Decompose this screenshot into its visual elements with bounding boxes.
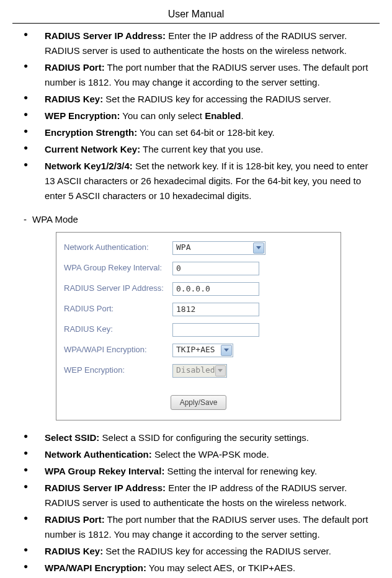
bullet-label: Select SSID: [45, 432, 99, 443]
bullet-text: Select a SSID for configuring the securi… [99, 432, 309, 443]
bullet-text: You can only select [120, 110, 205, 121]
form-label: Network Authentication: [64, 241, 172, 254]
bullet-label: WPA/WAPI Encryption: [45, 562, 146, 573]
chevron-down-icon [221, 345, 232, 356]
form-row-rekey-interval: WPA Group Rekey Interval: [64, 262, 333, 275]
form-row-radius-ip: RADIUS Server IP Address: [64, 282, 333, 296]
section-subheading: -WPA Mode [12, 212, 380, 227]
bullet-text: The current key that you use. [140, 144, 263, 154]
form-row-wep-encryption: WEP Encryption: Disabled [64, 364, 333, 378]
form-label: RADIUS Server IP Address: [64, 282, 172, 295]
bullet-item: RADIUS Port: The port number that the RA… [12, 60, 380, 90]
bullet-item: Network Authentication: Select the WPA-P… [12, 447, 380, 462]
bullet-item: WPA/WAPI Encryption: You may select AES,… [12, 561, 380, 576]
network-auth-select[interactable]: WPA [172, 241, 265, 255]
bullet-label: WPA Group Rekey Interval: [45, 466, 164, 476]
form-row-wpa-encryption: WPA/WAPI Encryption: TKIP+AES [64, 344, 333, 357]
chevron-down-icon [253, 242, 264, 254]
bullet-suffix: . [241, 110, 244, 121]
bullet-item: RADIUS Port: The port number that the RA… [12, 512, 380, 542]
bullet-label: RADIUS Key: [45, 94, 103, 104]
bullet-text: You may select AES, or TKIP+AES. [146, 562, 295, 573]
bullet-label: WEP Encryption: [45, 110, 120, 121]
bullet-bold-after: Enabled [205, 110, 241, 121]
bullet-text: Set the RADIUS key for accessing the RAD… [103, 546, 331, 556]
top-bullet-list: RADIUS Server IP Address: Enter the IP a… [12, 29, 380, 203]
bottom-bullet-list: Select SSID: Select a SSID for configuri… [12, 430, 380, 576]
chevron-down-icon [215, 365, 226, 376]
form-row-radius-key: RADIUS Key: [64, 323, 333, 337]
form-label: RADIUS Port: [64, 303, 172, 316]
bullet-text: Select the WPA-PSK mode. [152, 449, 269, 460]
bullet-label: Encryption Strength: [45, 127, 137, 138]
bullet-text: Set the RADIUS key for accessing the RAD… [103, 94, 331, 104]
bullet-label: RADIUS Key: [45, 546, 103, 556]
select-value: WPA [176, 241, 190, 254]
apply-save-button[interactable]: Apply/Save [171, 395, 227, 410]
rekey-interval-input[interactable] [172, 262, 259, 275]
bullet-item: Select SSID: Select a SSID for configuri… [12, 430, 380, 445]
form-label: WPA/WAPI Encryption: [64, 344, 172, 357]
bullet-label: Network Key1/2/3/4: [45, 161, 133, 171]
form-row-network-auth: Network Authentication: WPA [64, 241, 333, 255]
form-row-radius-port: RADIUS Port: [64, 303, 333, 316]
bullet-label: RADIUS Port: [45, 62, 105, 73]
form-label: RADIUS Key: [64, 323, 172, 336]
bullet-label: Network Authentication: [45, 449, 152, 460]
bullet-item: RADIUS Server IP Address: Enter the IP a… [12, 29, 380, 58]
select-value: TKIP+AES [176, 344, 215, 357]
bullet-item: RADIUS Key: Set the RADIUS key for acces… [12, 92, 380, 107]
bullet-label: RADIUS Server IP Address: [45, 482, 166, 493]
bullet-item: RADIUS Server IP Address: Enter the IP a… [12, 481, 380, 510]
radius-ip-input[interactable] [172, 282, 259, 296]
bullet-text: You can set 64-bit or 128-bit key. [137, 127, 275, 138]
config-panel: Network Authentication: WPA WPA Group Re… [56, 232, 341, 420]
wep-encryption-select: Disabled [172, 364, 227, 378]
form-label: WPA Group Rekey Interval: [64, 262, 172, 275]
bullet-item: WEP Encryption: You can only select Enab… [12, 109, 380, 123]
radius-port-input[interactable] [172, 303, 259, 316]
wpa-encryption-select[interactable]: TKIP+AES [172, 344, 233, 357]
bullet-label: RADIUS Server IP Address: [45, 30, 166, 41]
bullet-text: Setting the interval for renewing key. [164, 466, 317, 476]
page-header: User Manual [12, 6, 380, 24]
bullet-item: Current Network Key: The current key tha… [12, 142, 380, 157]
select-value: Disabled [176, 364, 215, 377]
bullet-item: Network Key1/2/3/4: Set the network key.… [12, 159, 380, 203]
bullet-label: Current Network Key: [45, 144, 140, 154]
bullet-item: RADIUS Key: Set the RADIUS key for acces… [12, 544, 380, 559]
form-label: WEP Encryption: [64, 364, 172, 377]
bullet-item: WPA Group Rekey Interval: Setting the in… [12, 464, 380, 479]
section-title: WPA Mode [32, 214, 78, 225]
bullet-item: Encryption Strength: You can set 64-bit … [12, 125, 380, 140]
radius-key-input[interactable] [172, 323, 259, 337]
bullet-label: RADIUS Port: [45, 514, 105, 525]
